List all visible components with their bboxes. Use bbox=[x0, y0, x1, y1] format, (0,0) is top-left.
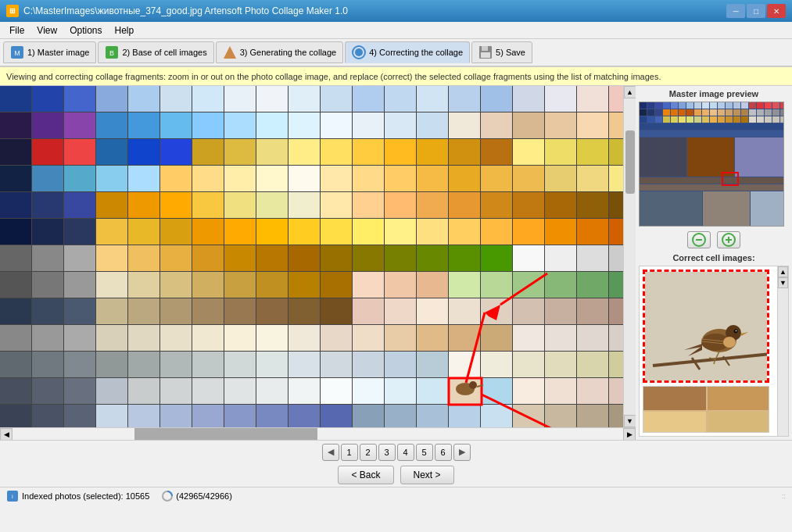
svg-rect-301 bbox=[647, 109, 654, 116]
collage-vscrollbar[interactable]: ▲ ▼ bbox=[623, 86, 636, 427]
svg-rect-23 bbox=[385, 86, 416, 112]
back-button[interactable]: < Back bbox=[338, 466, 393, 484]
svg-rect-27 bbox=[513, 86, 544, 112]
page-5-btn[interactable]: 5 bbox=[416, 444, 433, 461]
svg-rect-311 bbox=[726, 109, 733, 116]
collage-scroll-area[interactable] bbox=[0, 86, 623, 427]
svg-rect-79 bbox=[256, 166, 288, 191]
svg-rect-153 bbox=[64, 272, 95, 298]
menu-file[interactable]: File bbox=[3, 23, 30, 37]
page-prev-btn[interactable]: ◀ bbox=[322, 444, 339, 461]
svg-rect-263 bbox=[385, 405, 416, 427]
tab-generate[interactable]: 3) Generating the collage bbox=[216, 41, 344, 63]
correct-vscrollbar[interactable]: ▲ ▼ bbox=[777, 266, 788, 436]
right-vscroll-down[interactable]: ▼ bbox=[778, 277, 788, 288]
svg-rect-99 bbox=[256, 192, 288, 218]
svg-rect-196 bbox=[160, 325, 192, 351]
svg-rect-120 bbox=[288, 219, 320, 245]
svg-rect-251 bbox=[0, 405, 31, 427]
page-3-btn[interactable]: 3 bbox=[378, 444, 396, 461]
vscroll-thumb[interactable] bbox=[625, 130, 635, 194]
page-6-btn[interactable]: 6 bbox=[435, 444, 452, 461]
page-2-btn[interactable]: 2 bbox=[360, 444, 377, 461]
svg-point-368 bbox=[723, 337, 736, 348]
page-1-btn[interactable]: 1 bbox=[341, 444, 358, 461]
svg-rect-97 bbox=[192, 192, 224, 218]
svg-rect-77 bbox=[192, 166, 224, 191]
svg-rect-129 bbox=[577, 219, 608, 245]
hscroll-thumb[interactable] bbox=[134, 428, 317, 440]
svg-rect-298 bbox=[772, 102, 779, 109]
menu-options[interactable]: Options bbox=[63, 23, 108, 37]
close-button[interactable]: ✕ bbox=[767, 4, 786, 18]
svg-point-273 bbox=[469, 381, 477, 389]
svg-rect-70 bbox=[609, 139, 623, 165]
correct-images-list[interactable] bbox=[640, 266, 777, 436]
svg-rect-330 bbox=[726, 116, 733, 123]
svg-rect-197 bbox=[192, 325, 224, 351]
correct-image-item-2[interactable] bbox=[643, 386, 769, 433]
menu-help[interactable]: Help bbox=[109, 23, 141, 37]
tab-master[interactable]: M 1) Master image bbox=[3, 41, 96, 63]
svg-rect-229 bbox=[577, 352, 608, 377]
collage-hscrollbar[interactable]: ◀ ▶ bbox=[0, 427, 636, 440]
vscroll-up-btn[interactable]: ▲ bbox=[624, 86, 636, 98]
svg-rect-115 bbox=[128, 219, 159, 245]
svg-rect-131 bbox=[0, 245, 31, 271]
svg-rect-345 bbox=[640, 191, 702, 227]
svg-rect-374 bbox=[708, 387, 769, 410]
svg-rect-373 bbox=[643, 387, 706, 410]
svg-rect-222 bbox=[353, 352, 384, 377]
svg-point-6 bbox=[355, 48, 363, 56]
svg-rect-169 bbox=[577, 272, 608, 298]
correct-image-item-1[interactable] bbox=[643, 270, 769, 383]
menu-view[interactable]: View bbox=[30, 23, 63, 37]
tab-base[interactable]: B 2) Base of cell images bbox=[98, 41, 213, 63]
svg-rect-71 bbox=[0, 166, 31, 191]
svg-rect-17 bbox=[192, 86, 224, 112]
svg-rect-177 bbox=[192, 298, 224, 324]
svg-rect-33 bbox=[64, 112, 95, 138]
svg-rect-269 bbox=[577, 405, 608, 427]
svg-rect-62 bbox=[353, 139, 384, 165]
zoom-in-button[interactable] bbox=[717, 231, 740, 248]
svg-rect-98 bbox=[224, 192, 256, 218]
svg-rect-38 bbox=[224, 112, 256, 138]
hscroll-left-btn[interactable]: ◀ bbox=[0, 428, 13, 441]
zoom-out-button[interactable] bbox=[687, 231, 711, 248]
page-next-btn[interactable]: ▶ bbox=[453, 444, 471, 461]
svg-rect-173 bbox=[64, 298, 95, 324]
svg-rect-68 bbox=[545, 139, 576, 165]
preview-image bbox=[640, 102, 783, 226]
next-button[interactable]: Next > bbox=[400, 466, 454, 484]
svg-rect-151 bbox=[0, 272, 31, 298]
svg-rect-220 bbox=[288, 352, 320, 377]
svg-rect-191 bbox=[0, 325, 31, 351]
tab-save-label: 5) Save bbox=[496, 48, 525, 57]
svg-rect-187 bbox=[513, 298, 544, 324]
tab-correct[interactable]: 4) Correcting the collage bbox=[345, 41, 470, 63]
svg-rect-333 bbox=[749, 116, 756, 123]
hscroll-right-btn[interactable]: ▶ bbox=[623, 428, 636, 441]
svg-rect-232 bbox=[32, 378, 63, 404]
tab-generate-label: 3) Generating the collage bbox=[240, 48, 337, 57]
right-vscroll-up[interactable]: ▲ bbox=[778, 266, 788, 277]
infobar: Viewing and correcting collage fragments… bbox=[0, 67, 792, 86]
svg-rect-185 bbox=[449, 298, 480, 324]
svg-rect-8 bbox=[482, 46, 488, 51]
page-4-btn[interactable]: 4 bbox=[397, 444, 414, 461]
preview-hscroll[interactable] bbox=[640, 226, 783, 227]
vscroll-down-btn[interactable]: ▼ bbox=[624, 415, 636, 427]
svg-rect-325 bbox=[686, 116, 693, 123]
svg-rect-238 bbox=[224, 378, 256, 404]
action-buttons: < Back Next > bbox=[338, 466, 453, 484]
maximize-button[interactable]: □ bbox=[747, 4, 765, 18]
svg-rect-203 bbox=[385, 325, 416, 351]
tab-save[interactable]: 5) Save bbox=[471, 41, 532, 63]
svg-rect-139 bbox=[256, 245, 288, 271]
minimize-button[interactable]: ─ bbox=[726, 4, 745, 18]
svg-rect-18 bbox=[224, 86, 256, 112]
svg-rect-59 bbox=[256, 139, 288, 165]
svg-rect-37 bbox=[192, 112, 224, 138]
svg-rect-244 bbox=[417, 378, 448, 404]
